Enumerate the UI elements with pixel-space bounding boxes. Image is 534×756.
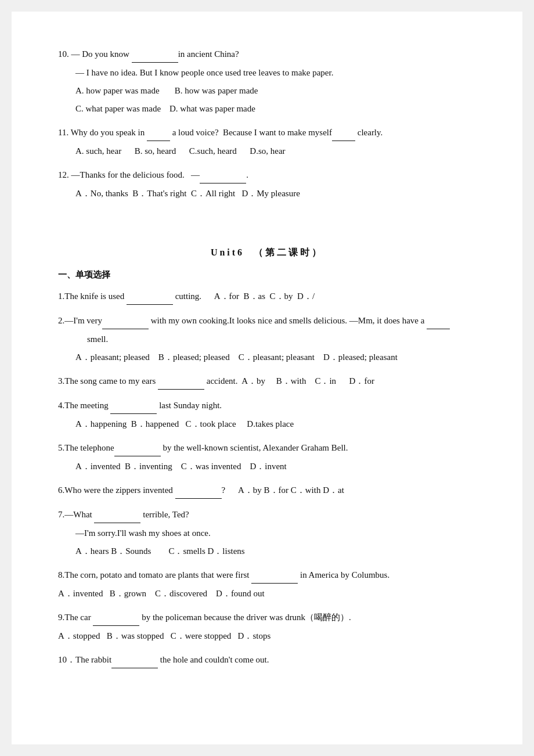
- q2-9-blank: [93, 610, 139, 626]
- q2-6-blank: [175, 483, 222, 499]
- q2-4-blank: [110, 398, 157, 414]
- q2-1-line: 1.The knife is used cutting. A．for B．as …: [58, 289, 476, 305]
- q2-7-blank: [94, 507, 140, 523]
- q2-1: 1.The knife is used cutting. A．for B．as …: [58, 289, 476, 305]
- q11-blank1: [147, 125, 170, 141]
- section-title: Unit6 （第二课时）: [58, 244, 476, 261]
- q2-8-blank: [251, 567, 298, 584]
- q2-5: 5.The telephone by the well-known scient…: [58, 440, 476, 474]
- q2-6: 6.Who were the zippers invented ? A．by B…: [58, 483, 476, 499]
- q2-3-blank: [158, 373, 204, 390]
- q10-optA: A. how paper was made B. how was paper m…: [75, 86, 258, 95]
- q2-7-options: A．hears B．Sounds C．smells D．listens: [75, 543, 476, 559]
- q10-line1: 10. — Do you know in ancient China?: [58, 46, 476, 63]
- q2-6-line: 6.Who were the zippers invented ? A．by B…: [58, 483, 476, 499]
- q2-2-blank1: [102, 313, 149, 329]
- q10-blank1: [132, 46, 178, 63]
- q2-7-line1: 7.—What terrible, Ted?: [58, 507, 476, 523]
- q2-3: 3.The song came to my ears accident. A．b…: [58, 373, 476, 390]
- q2-5-options: A．invented B．inventing C．was invented D．…: [75, 459, 476, 474]
- q2-9-options: A．stopped B．was stopped C．were stopped D…: [58, 628, 476, 644]
- q2-5-blank: [114, 440, 161, 456]
- q12-options: A．No, thanks B．That's right C．All right …: [75, 186, 476, 201]
- q2-9: 9.The car by the policeman because the d…: [58, 610, 476, 644]
- q2-2-options: A．pleasant; pleased B．pleased; pleased C…: [75, 350, 476, 365]
- question-12: 12. —Thanks for the delicious food. — . …: [58, 167, 476, 201]
- q2-5-line: 5.The telephone by the well-known scient…: [58, 440, 476, 456]
- q11-optA: A. such, hear B. so, heard C.such, heard…: [75, 146, 286, 156]
- q2-7: 7.—What terrible, Ted? —I'm sorry.I'll w…: [58, 507, 476, 559]
- page: 10. — Do you know in ancient China? — I …: [12, 12, 522, 744]
- q2-2-line1: 2.—I'm very with my own cooking.It looks…: [58, 313, 476, 329]
- q2-10-blank: [111, 652, 158, 668]
- q2-1-blank: [127, 289, 173, 305]
- q2-7-line2: —I'm sorry.I'll wash my shoes at once.: [75, 525, 476, 541]
- q11-line1: 11. Why do you speak in a loud voice? Be…: [58, 125, 476, 141]
- question-11: 11. Why do you speak in a loud voice? Be…: [58, 125, 476, 159]
- q2-2-blank2: [427, 313, 450, 329]
- q12-line1: 12. —Thanks for the delicious food. — .: [58, 167, 476, 183]
- q2-10-line: 10．The rabbit the hole and couldn't come…: [58, 652, 476, 668]
- q2-4-line: 4.The meeting last Sunday night.: [58, 398, 476, 414]
- q10-num: 10. — Do you know in ancient China?: [58, 49, 239, 59]
- q12-blank1: [200, 167, 246, 183]
- q2-2-line2: smell.: [87, 332, 476, 347]
- q2-2: 2.—I'm very with my own cooking.It looks…: [58, 313, 476, 365]
- q2-8: 8.The corn, potato and tomato are plants…: [58, 567, 476, 602]
- q11-options: A. such, hear B. so, heard C.such, heard…: [75, 143, 476, 159]
- section-sub: 一、单项选择: [58, 267, 476, 283]
- q10-options2: C. what paper was made D. what was paper…: [75, 101, 476, 117]
- q2-8-options: A．invented B．grown C．discovered D．found …: [58, 586, 476, 602]
- q10-options: A. how paper was made B. how was paper m…: [75, 83, 476, 99]
- question-10: 10. — Do you know in ancient China? — I …: [58, 46, 476, 117]
- q2-9-line: 9.The car by the policeman because the d…: [58, 610, 476, 626]
- q2-4-options: A．happening B．happened C．took place D.ta…: [75, 416, 476, 432]
- q2-8-line: 8.The corn, potato and tomato are plants…: [58, 567, 476, 584]
- q2-4: 4.The meeting last Sunday night. A．happe…: [58, 398, 476, 432]
- q10-line2: — I have no idea. But I know people once…: [75, 65, 476, 81]
- q2-3-line: 3.The song came to my ears accident. A．b…: [58, 373, 476, 390]
- q10-optC: C. what paper was made D. what was paper…: [75, 104, 255, 113]
- q2-10: 10．The rabbit the hole and couldn't come…: [58, 652, 476, 668]
- q11-blank2: [332, 125, 355, 141]
